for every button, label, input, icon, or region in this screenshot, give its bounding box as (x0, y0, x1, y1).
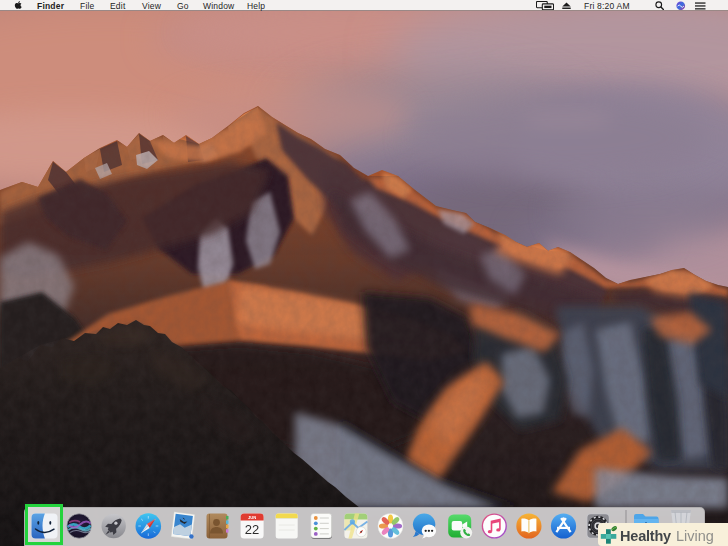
svg-text:22: 22 (245, 522, 259, 537)
svg-text:JUN: JUN (248, 515, 256, 520)
